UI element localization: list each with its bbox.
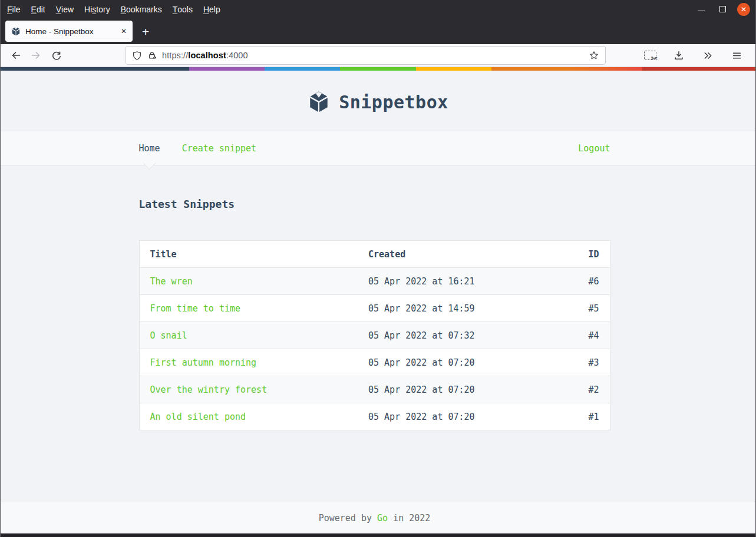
cell-title: Over the wintry forest <box>139 376 358 403</box>
table-row: First autumn morning05 Apr 2022 at 07:20… <box>139 349 610 376</box>
latest-snippets-heading: Latest Snippets <box>139 198 610 210</box>
snippet-link[interactable]: From time to time <box>150 303 241 314</box>
tracking-shield-icon <box>132 51 142 61</box>
table-row: O snail05 Apr 2022 at 07:32#4 <box>139 322 610 349</box>
snippetbox-favicon-icon <box>11 26 21 36</box>
menu-item-edit[interactable]: Edit <box>26 0 51 18</box>
url-text: https://localhost:4000 <box>162 51 248 60</box>
table-row: An old silent pond05 Apr 2022 at 07:20#1 <box>139 403 610 430</box>
url-host: localhost <box>188 51 226 60</box>
cell-title: From time to time <box>139 295 358 322</box>
close-window-button[interactable]: ✕ <box>737 3 750 16</box>
cell-created: 05 Apr 2022 at 14:59 <box>358 295 542 322</box>
cell-title: The wren <box>139 268 358 295</box>
snippet-link[interactable]: An old silent pond <box>150 412 246 422</box>
double-chevron-icon <box>703 51 713 61</box>
snippets-table: Title Created ID The wren05 Apr 2022 at … <box>139 240 610 430</box>
snippet-link[interactable]: The wren <box>150 276 193 287</box>
window-bottom-edge <box>1 533 755 537</box>
back-arrow-icon <box>11 50 21 61</box>
snippet-link[interactable]: Over the wintry forest <box>150 384 268 395</box>
reload-icon <box>51 51 61 61</box>
menu-item-file[interactable]: File <box>2 0 26 18</box>
overflow-menu-button[interactable] <box>698 47 717 64</box>
nav-inner: Home Create snippet Logout <box>139 131 610 165</box>
go-link[interactable]: Go <box>377 513 388 523</box>
url-port: :4000 <box>226 51 248 60</box>
menu-item-view[interactable]: View <box>51 0 79 18</box>
menu-item-help[interactable]: Help <box>198 0 226 18</box>
header-created: Created <box>358 241 542 268</box>
url-bar[interactable]: https://localhost:4000 <box>126 46 606 65</box>
scissors-glyph: ✂ <box>651 54 658 63</box>
url-scheme: https:// <box>162 51 188 60</box>
page-main: Latest Snippets Title Created ID The wre… <box>1 165 755 502</box>
navigation-toolbar: https://localhost:4000 ✂ <box>1 44 755 67</box>
app-menu-button[interactable] <box>727 47 746 64</box>
download-icon <box>674 50 684 61</box>
cell-created: 05 Apr 2022 at 07:20 <box>358 349 542 376</box>
toolbar-right-icons: ✂ <box>641 47 750 64</box>
table-row: The wren05 Apr 2022 at 16:21#6 <box>139 268 610 295</box>
forward-arrow-icon <box>31 50 41 61</box>
nav-link-create-snippet[interactable]: Create snippet <box>182 143 256 154</box>
maximize-icon <box>719 6 726 12</box>
page-footer: Powered by Go in 2022 <box>1 502 755 533</box>
nav-link-home[interactable]: Home <box>139 143 160 154</box>
cell-id: #6 <box>542 268 610 295</box>
hamburger-menu-icon <box>732 51 742 61</box>
new-tab-button[interactable]: + <box>138 25 153 38</box>
screenshot-button[interactable]: ✂ <box>641 47 659 64</box>
close-icon: ✕ <box>741 6 747 13</box>
cell-created: 05 Apr 2022 at 07:20 <box>358 403 542 430</box>
snippetbox-logo-icon <box>308 91 330 113</box>
downloads-button[interactable] <box>669 47 688 64</box>
cell-created: 05 Apr 2022 at 07:32 <box>358 322 542 349</box>
cell-id: #1 <box>542 403 610 430</box>
cell-id: #5 <box>542 295 610 322</box>
cell-created: 05 Apr 2022 at 16:21 <box>358 268 542 295</box>
table-row: From time to time05 Apr 2022 at 14:59#5 <box>139 295 610 322</box>
snippet-link[interactable]: O snail <box>150 330 187 341</box>
cell-title: First autumn morning <box>139 349 358 376</box>
tab-title: Home - Snippetbox <box>25 27 94 36</box>
footer-text: Powered by Go in 2022 <box>319 513 431 523</box>
footer-prefix: Powered by <box>319 513 377 523</box>
page-nav: Home Create snippet Logout <box>1 131 755 165</box>
header-id: ID <box>542 241 610 268</box>
cell-title: An old silent pond <box>139 403 358 430</box>
menu-items: FileEditViewHistoryBookmarksToolsHelp <box>2 0 226 18</box>
cell-id: #4 <box>542 322 610 349</box>
page-header: Snippetbox <box>1 71 755 131</box>
minimize-button[interactable] <box>695 3 708 16</box>
logout-button[interactable]: Logout <box>578 143 610 154</box>
minimize-icon <box>698 11 705 11</box>
table-row: Over the wintry forest05 Apr 2022 at 07:… <box>139 376 610 403</box>
forward-button[interactable] <box>27 47 45 64</box>
menu-bar: FileEditViewHistoryBookmarksToolsHelp ✕ <box>1 0 755 18</box>
page-viewport: Snippetbox Home Create snippet Logout La… <box>1 67 755 533</box>
table-header-row: Title Created ID <box>139 241 610 268</box>
window-controls: ✕ <box>695 3 755 16</box>
lock-warning-icon <box>147 51 157 60</box>
snippet-link[interactable]: First autumn morning <box>150 357 257 368</box>
header-title: Title <box>139 241 358 268</box>
menu-item-tools[interactable]: Tools <box>167 0 198 18</box>
reload-button[interactable] <box>47 47 65 64</box>
browser-tab-home[interactable]: Home - Snippetbox ✕ <box>5 21 133 42</box>
cell-id: #3 <box>542 349 610 376</box>
menu-item-history[interactable]: History <box>79 0 115 18</box>
page-title: Snippetbox <box>339 92 448 112</box>
bookmark-star-icon[interactable] <box>589 50 599 61</box>
cell-id: #2 <box>542 376 610 403</box>
maximize-button[interactable] <box>716 3 729 16</box>
brand-home-link[interactable]: Snippetbox <box>308 91 448 113</box>
cell-created: 05 Apr 2022 at 07:20 <box>358 376 542 403</box>
close-tab-icon[interactable]: ✕ <box>120 26 128 36</box>
scissors-icon: ✂ <box>644 51 656 60</box>
menu-item-bookmarks[interactable]: Bookmarks <box>115 0 167 18</box>
cell-title: O snail <box>139 322 358 349</box>
back-button[interactable] <box>6 47 25 64</box>
browser-window: FileEditViewHistoryBookmarksToolsHelp ✕ … <box>0 0 756 537</box>
tab-bar: Home - Snippetbox ✕ + <box>1 18 755 44</box>
